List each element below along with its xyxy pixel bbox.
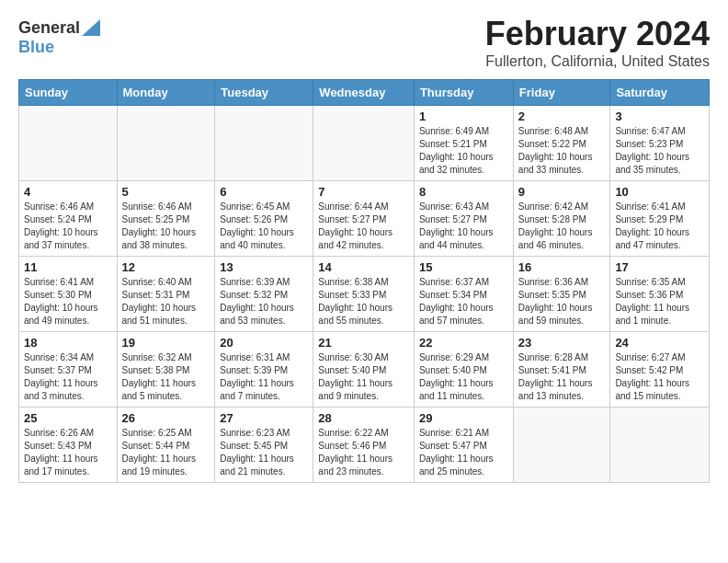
day-number: 12 bbox=[122, 260, 210, 274]
day-number: 19 bbox=[122, 336, 210, 350]
day-number: 20 bbox=[220, 336, 308, 350]
location-title: Fullerton, California, United States bbox=[485, 53, 710, 70]
day-info: Sunrise: 6:25 AM Sunset: 5:44 PM Dayligh… bbox=[122, 427, 210, 478]
day-info: Sunrise: 6:44 AM Sunset: 5:27 PM Dayligh… bbox=[318, 201, 409, 252]
day-number: 8 bbox=[419, 185, 508, 199]
day-info: Sunrise: 6:32 AM Sunset: 5:38 PM Dayligh… bbox=[122, 351, 210, 403]
calendar-cell: 6Sunrise: 6:45 AM Sunset: 5:26 PM Daylig… bbox=[215, 181, 313, 257]
logo-general-text: General bbox=[18, 18, 80, 38]
day-number: 1 bbox=[419, 109, 508, 123]
calendar-cell bbox=[215, 106, 313, 181]
day-number: 5 bbox=[122, 185, 210, 199]
day-info: Sunrise: 6:46 AM Sunset: 5:24 PM Dayligh… bbox=[24, 201, 112, 252]
weekday-header-friday: Friday bbox=[513, 80, 610, 106]
day-info: Sunrise: 6:29 AM Sunset: 5:40 PM Dayligh… bbox=[419, 351, 508, 403]
day-info: Sunrise: 6:23 AM Sunset: 5:45 PM Dayligh… bbox=[220, 427, 308, 478]
calendar-header: SundayMondayTuesdayWednesdayThursdayFrid… bbox=[19, 80, 710, 106]
day-number: 7 bbox=[318, 185, 409, 199]
calendar-cell: 10Sunrise: 6:41 AM Sunset: 5:29 PM Dayli… bbox=[610, 181, 710, 257]
day-number: 15 bbox=[419, 260, 508, 274]
day-info: Sunrise: 6:39 AM Sunset: 5:32 PM Dayligh… bbox=[220, 276, 308, 327]
day-info: Sunrise: 6:45 AM Sunset: 5:26 PM Dayligh… bbox=[220, 201, 308, 252]
day-number: 25 bbox=[24, 411, 112, 425]
calendar: SundayMondayTuesdayWednesdayThursdayFrid… bbox=[18, 79, 710, 483]
calendar-cell: 13Sunrise: 6:39 AM Sunset: 5:32 PM Dayli… bbox=[215, 257, 313, 332]
day-number: 18 bbox=[24, 336, 112, 350]
day-number: 16 bbox=[518, 260, 606, 274]
day-info: Sunrise: 6:43 AM Sunset: 5:27 PM Dayligh… bbox=[419, 201, 508, 252]
logo: General Blue bbox=[18, 18, 100, 57]
calendar-cell: 16Sunrise: 6:36 AM Sunset: 5:35 PM Dayli… bbox=[513, 257, 610, 332]
day-info: Sunrise: 6:28 AM Sunset: 5:41 PM Dayligh… bbox=[518, 351, 606, 403]
day-number: 3 bbox=[615, 109, 704, 123]
day-number: 9 bbox=[518, 185, 606, 199]
week-row-5: 25Sunrise: 6:26 AM Sunset: 5:43 PM Dayli… bbox=[19, 408, 710, 483]
calendar-cell: 22Sunrise: 6:29 AM Sunset: 5:40 PM Dayli… bbox=[414, 332, 513, 408]
day-info: Sunrise: 6:34 AM Sunset: 5:37 PM Dayligh… bbox=[24, 351, 112, 403]
calendar-cell bbox=[117, 106, 215, 181]
day-number: 14 bbox=[318, 260, 409, 274]
calendar-cell bbox=[19, 106, 118, 181]
calendar-cell: 8Sunrise: 6:43 AM Sunset: 5:27 PM Daylig… bbox=[414, 181, 513, 257]
day-number: 10 bbox=[615, 185, 704, 199]
calendar-cell: 21Sunrise: 6:30 AM Sunset: 5:40 PM Dayli… bbox=[313, 332, 415, 408]
day-number: 2 bbox=[518, 109, 606, 123]
calendar-cell: 19Sunrise: 6:32 AM Sunset: 5:38 PM Dayli… bbox=[117, 332, 215, 408]
day-number: 17 bbox=[615, 260, 704, 274]
day-info: Sunrise: 6:30 AM Sunset: 5:40 PM Dayligh… bbox=[318, 351, 409, 403]
weekday-header-sunday: Sunday bbox=[19, 80, 118, 106]
calendar-cell: 3Sunrise: 6:47 AM Sunset: 5:23 PM Daylig… bbox=[610, 106, 710, 181]
calendar-cell bbox=[313, 106, 415, 181]
day-number: 13 bbox=[220, 260, 308, 274]
week-row-1: 1Sunrise: 6:49 AM Sunset: 5:21 PM Daylig… bbox=[19, 106, 710, 181]
calendar-cell: 12Sunrise: 6:40 AM Sunset: 5:31 PM Dayli… bbox=[117, 257, 215, 332]
day-info: Sunrise: 6:22 AM Sunset: 5:46 PM Dayligh… bbox=[318, 427, 409, 478]
day-number: 11 bbox=[24, 260, 112, 274]
day-number: 27 bbox=[220, 411, 308, 425]
calendar-cell: 2Sunrise: 6:48 AM Sunset: 5:22 PM Daylig… bbox=[513, 106, 610, 181]
day-info: Sunrise: 6:35 AM Sunset: 5:36 PM Dayligh… bbox=[615, 276, 704, 327]
calendar-cell bbox=[610, 408, 710, 483]
calendar-cell: 15Sunrise: 6:37 AM Sunset: 5:34 PM Dayli… bbox=[414, 257, 513, 332]
day-number: 22 bbox=[419, 336, 508, 350]
calendar-cell: 4Sunrise: 6:46 AM Sunset: 5:24 PM Daylig… bbox=[19, 181, 118, 257]
day-info: Sunrise: 6:47 AM Sunset: 5:23 PM Dayligh… bbox=[615, 125, 704, 177]
calendar-cell: 23Sunrise: 6:28 AM Sunset: 5:41 PM Dayli… bbox=[513, 332, 610, 408]
calendar-cell: 29Sunrise: 6:21 AM Sunset: 5:47 PM Dayli… bbox=[414, 408, 513, 483]
day-number: 29 bbox=[419, 411, 508, 425]
header: General Blue February 2024 Fullerton, Ca… bbox=[18, 15, 710, 70]
weekday-header-tuesday: Tuesday bbox=[215, 80, 313, 106]
week-row-2: 4Sunrise: 6:46 AM Sunset: 5:24 PM Daylig… bbox=[19, 181, 710, 257]
day-info: Sunrise: 6:41 AM Sunset: 5:30 PM Dayligh… bbox=[24, 276, 112, 327]
day-info: Sunrise: 6:36 AM Sunset: 5:35 PM Dayligh… bbox=[518, 276, 606, 327]
day-info: Sunrise: 6:27 AM Sunset: 5:42 PM Dayligh… bbox=[615, 351, 704, 403]
logo-blue-text: Blue bbox=[18, 38, 54, 56]
day-info: Sunrise: 6:31 AM Sunset: 5:39 PM Dayligh… bbox=[220, 351, 308, 403]
logo-triangle-icon bbox=[82, 19, 100, 36]
day-number: 24 bbox=[615, 336, 704, 350]
weekday-header-wednesday: Wednesday bbox=[313, 80, 415, 106]
title-area: February 2024 Fullerton, California, Uni… bbox=[485, 15, 710, 70]
weekday-header-thursday: Thursday bbox=[414, 80, 513, 106]
calendar-cell: 20Sunrise: 6:31 AM Sunset: 5:39 PM Dayli… bbox=[215, 332, 313, 408]
calendar-cell bbox=[513, 408, 610, 483]
weekday-header-row: SundayMondayTuesdayWednesdayThursdayFrid… bbox=[19, 80, 710, 106]
calendar-cell: 9Sunrise: 6:42 AM Sunset: 5:28 PM Daylig… bbox=[513, 181, 610, 257]
day-info: Sunrise: 6:49 AM Sunset: 5:21 PM Dayligh… bbox=[419, 125, 508, 177]
month-title: February 2024 bbox=[485, 15, 710, 53]
day-info: Sunrise: 6:42 AM Sunset: 5:28 PM Dayligh… bbox=[518, 201, 606, 252]
day-number: 21 bbox=[318, 336, 409, 350]
calendar-cell: 17Sunrise: 6:35 AM Sunset: 5:36 PM Dayli… bbox=[610, 257, 710, 332]
week-row-4: 18Sunrise: 6:34 AM Sunset: 5:37 PM Dayli… bbox=[19, 332, 710, 408]
day-number: 28 bbox=[318, 411, 409, 425]
calendar-cell: 5Sunrise: 6:46 AM Sunset: 5:25 PM Daylig… bbox=[117, 181, 215, 257]
weekday-header-saturday: Saturday bbox=[610, 80, 710, 106]
day-number: 23 bbox=[518, 336, 606, 350]
calendar-cell: 18Sunrise: 6:34 AM Sunset: 5:37 PM Dayli… bbox=[19, 332, 118, 408]
weekday-header-monday: Monday bbox=[117, 80, 215, 106]
day-info: Sunrise: 6:37 AM Sunset: 5:34 PM Dayligh… bbox=[419, 276, 508, 327]
day-number: 4 bbox=[24, 185, 112, 199]
day-info: Sunrise: 6:41 AM Sunset: 5:29 PM Dayligh… bbox=[615, 201, 704, 252]
day-info: Sunrise: 6:38 AM Sunset: 5:33 PM Dayligh… bbox=[318, 276, 409, 327]
day-number: 26 bbox=[122, 411, 210, 425]
